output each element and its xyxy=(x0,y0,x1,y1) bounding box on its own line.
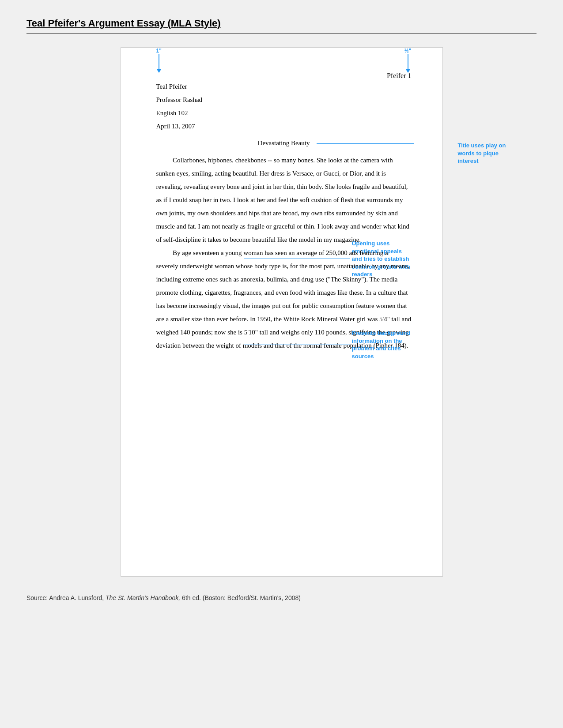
source-citation: Source: Andrea A. Lunsford, The St. Mart… xyxy=(26,594,537,601)
page-number-area: Pfeifer 1 xyxy=(121,72,442,80)
essay-body: Collarbones, hipbones, cheekbones -- so … xyxy=(156,154,412,352)
title-divider xyxy=(26,34,537,34)
paper-outer: 1" ½" Pfeifer 1 Teal Pfeifer xyxy=(65,47,498,577)
background-annotation-container: Presents background information on the p… xyxy=(244,329,414,360)
essay-title-container: Devastating Beauty Title uses play on wo… xyxy=(156,139,412,147)
left-margin-label: 1" xyxy=(156,48,162,54)
paper-wrapper: 1" ½" Pfeifer 1 Teal Pfeifer xyxy=(26,47,537,577)
title-annotation-text: Title uses play on words to pique intere… xyxy=(458,142,520,165)
arrows-row: 1" ½" xyxy=(121,48,442,72)
paragraph1-text: Collarbones, hipbones, cheekbones -- so … xyxy=(156,154,412,246)
background-annotation-line xyxy=(244,345,350,345)
right-margin-label: ½" xyxy=(404,48,412,54)
left-arrow-shaft xyxy=(159,54,159,69)
page-title: Teal Pfeifer's Argument Essay (MLA Style… xyxy=(26,18,537,29)
essay-content: Teal Pfeifer Professor Rashad English 10… xyxy=(121,80,442,379)
background-annotation-text: Presents background information on the p… xyxy=(352,329,414,360)
paragraph1-container: Collarbones, hipbones, cheekbones -- so … xyxy=(156,154,412,246)
left-margin-indicator: 1" xyxy=(156,48,162,73)
paragraph2-container: By age seventeen a young woman has seen … xyxy=(156,246,412,352)
essay-title: Devastating Beauty xyxy=(156,139,412,147)
page-number: Pfeifer 1 xyxy=(387,72,412,80)
paper: 1" ½" Pfeifer 1 Teal Pfeifer xyxy=(121,47,443,577)
right-arrow-shaft xyxy=(408,54,408,69)
title-annotation-line xyxy=(317,143,414,144)
essay-date: April 13, 2007 xyxy=(156,120,412,133)
right-arrow-head xyxy=(406,69,410,73)
right-margin-indicator: ½" xyxy=(404,48,412,73)
student-info-block: Teal Pfeifer Professor Rashad English 10… xyxy=(156,80,412,133)
student-name: Teal Pfeifer xyxy=(156,80,412,93)
title-annotation: Title uses play on words to pique intere… xyxy=(456,142,520,165)
course-name: English 102 xyxy=(156,106,412,120)
left-arrow-head xyxy=(157,69,161,73)
professor-name: Professor Rashad xyxy=(156,93,412,106)
